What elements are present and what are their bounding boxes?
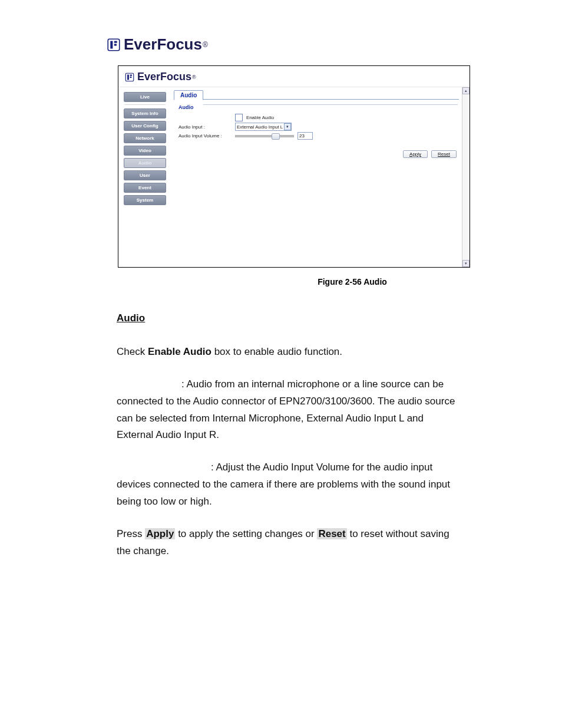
sidebar-item-system[interactable]: System [124, 195, 166, 205]
everfocus-logo-icon [124, 72, 135, 83]
svg-rect-2 [114, 41, 117, 42]
apply-button[interactable]: Apply [403, 150, 428, 158]
svg-rect-1 [110, 41, 113, 48]
sidebar-item-network[interactable]: Network [124, 133, 166, 143]
svg-rect-4 [125, 73, 134, 81]
svg-rect-5 [127, 74, 129, 80]
screenshot-brand-header: EverFocus ® [118, 66, 470, 87]
sidebar: Live System Info User Config Network Vid… [118, 87, 171, 267]
sidebar-item-video[interactable]: Video [124, 146, 166, 156]
sidebar-item-user-config[interactable]: User Config [124, 121, 166, 131]
sidebar-separator [124, 104, 166, 105]
vertical-scrollbar[interactable]: ▴ ▾ [462, 87, 470, 267]
audio-input-volume-slider[interactable] [235, 134, 294, 139]
sidebar-item-system-info[interactable]: System Info [124, 108, 166, 118]
enable-audio-label: Enable Audio [246, 115, 274, 120]
text: box to enable audio function. [211, 346, 342, 357]
slider-rail [235, 135, 294, 137]
scroll-up-icon[interactable]: ▴ [462, 87, 470, 94]
svg-rect-3 [114, 44, 117, 45]
text: Press [117, 528, 145, 539]
paragraph-enable-audio: Check Enable Audio box to enable audio f… [117, 344, 458, 361]
brand-name: EverFocus [124, 35, 202, 54]
section-heading-audio: Audio [117, 310, 458, 327]
body-copy: Audio Check Enable Audio box to enable a… [117, 310, 458, 560]
text: to apply the setting changes or [175, 528, 317, 539]
enable-audio-checkbox[interactable] [235, 114, 243, 121]
sidebar-item-user[interactable]: User [124, 170, 166, 180]
fieldset-legend: Audio [178, 104, 194, 110]
main-panel: Audio Audio Enable Audio Audio Input : E… [171, 87, 470, 267]
audio-input-value: External Audio Input L [237, 124, 283, 130]
svg-rect-7 [130, 76, 132, 77]
everfocus-logo-icon [106, 37, 121, 52]
svg-rect-0 [108, 39, 120, 51]
chevron-down-icon: ▾ [284, 123, 291, 130]
audio-fieldset: Audio Enable Audio Audio Input : Externa… [174, 103, 459, 147]
screenshot-frame: EverFocus ® Live System Info User Config… [118, 65, 470, 268]
figure-caption: Figure 2-56 Audio [118, 277, 562, 286]
audio-input-volume-label: Audio Input Volume : [178, 133, 232, 139]
reset-button[interactable]: Reset [431, 150, 457, 158]
text: : Audio from an internal microphone or a… [117, 378, 455, 441]
sidebar-item-event[interactable]: Event [124, 183, 166, 193]
brand-name-inner: EverFocus [137, 71, 191, 83]
paragraph-audio-input: : Audio from an internal microphone or a… [117, 376, 458, 444]
audio-input-label: Audio Input : [178, 124, 232, 130]
tab-audio[interactable]: Audio [174, 90, 203, 100]
svg-rect-6 [130, 74, 132, 75]
brand-reg-inner: ® [192, 74, 196, 80]
audio-input-volume-value[interactable]: 23 [297, 132, 313, 140]
text: Check [117, 346, 148, 357]
sidebar-item-audio[interactable]: Audio [124, 158, 166, 168]
brand-reg: ® [203, 41, 208, 49]
bold-apply: Apply [145, 528, 175, 539]
paragraph-apply-reset: Press Apply to apply the setting changes… [117, 526, 458, 560]
paragraph-audio-input-volume: : Adjust the Audio Input Volume for the … [117, 459, 458, 510]
audio-input-select[interactable]: External Audio Input L ▾ [235, 123, 292, 131]
scroll-down-icon[interactable]: ▾ [462, 260, 470, 267]
slider-thumb[interactable] [272, 133, 280, 140]
page-brand: EverFocus ® [106, 35, 562, 54]
tab-underline [174, 99, 459, 100]
sidebar-live-button[interactable]: Live [124, 92, 166, 102]
bold-reset: Reset [317, 528, 346, 539]
text: : Adjust the Audio Input Volume for the … [117, 462, 450, 507]
bold-enable-audio: Enable Audio [148, 346, 211, 357]
